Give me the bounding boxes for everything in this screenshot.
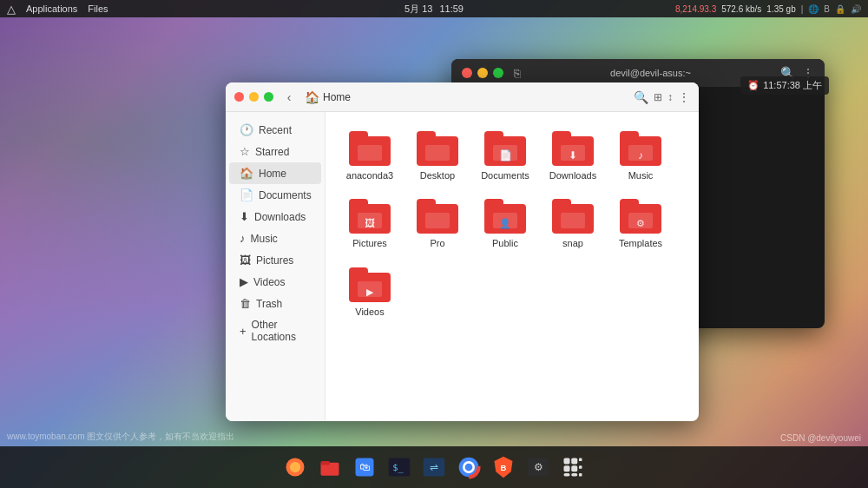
taskbar-network[interactable]: ⇌ [418, 452, 450, 483]
sidebar-downloads-label: Downloads [254, 211, 306, 223]
sidebar-item-videos[interactable]: ▶ Videos [229, 271, 321, 293]
fm-maximize-button[interactable] [264, 92, 273, 102]
sidebar-videos-label: Videos [253, 276, 285, 288]
folder-snap-label: snap [562, 237, 583, 249]
sidebar-item-starred[interactable]: ☆ Starred [229, 141, 321, 162]
videos-sidebar-icon: ▶ [240, 275, 248, 288]
arch-logo-icon[interactable]: △ [7, 3, 16, 16]
svg-rect-20 [564, 465, 570, 472]
volume-icon[interactable]: 🔊 [851, 4, 861, 14]
files-menu[interactable]: Files [88, 3, 108, 14]
folder-public[interactable]: 👤 Public [475, 194, 536, 254]
tray-icon-1[interactable]: 🌐 [808, 4, 819, 14]
folder-anaconda3[interactable]: anaconda3 [339, 126, 400, 187]
date-display: 5月 13 [404, 3, 432, 16]
sidebar-item-music[interactable]: ♪ Music [229, 228, 321, 249]
fm-close-button[interactable] [234, 92, 244, 102]
svg-rect-3 [321, 461, 331, 465]
sidebar-recent-label: Recent [259, 124, 292, 136]
sidebar-item-trash[interactable]: 🗑 Trash [229, 293, 321, 314]
taskbar-top: △ Applications Files 5月 13 11:59 8,214.9… [0, 0, 868, 17]
taskbar-app-grid[interactable] [557, 452, 589, 483]
folder-templates-icon: ⚙ [620, 199, 661, 234]
folder-pro-label: Pro [430, 237, 444, 249]
folder-snap[interactable]: snap [542, 194, 603, 254]
folder-desktop-icon [417, 131, 458, 166]
svg-rect-26 [579, 473, 582, 477]
file-manager-window: ‹ 🏠 Home 🔍 ⊞ ↕ ⋮ 🕐 Recent ☆ [226, 82, 699, 421]
recent-icon: 🕐 [240, 123, 253, 136]
svg-text:⇌: ⇌ [430, 461, 438, 473]
folder-anaconda3-icon [349, 131, 391, 166]
fm-search-icon[interactable]: 🔍 [634, 90, 648, 104]
sidebar-item-home[interactable]: 🏠 Home [229, 162, 321, 184]
svg-rect-23 [571, 473, 577, 477]
fm-titlebar: ‹ 🏠 Home 🔍 ⊞ ↕ ⋮ [226, 82, 699, 112]
sidebar-item-recent[interactable]: 🕐 Recent [229, 119, 321, 141]
sidebar-documents-label: Documents [259, 189, 312, 201]
desktop: △ Applications Files 5月 13 11:59 8,214.9… [0, 0, 868, 488]
folder-pro[interactable]: Pro [407, 194, 468, 254]
terminal-close-button[interactable] [462, 68, 472, 78]
svg-text:B: B [501, 463, 507, 472]
sidebar-item-pictures[interactable]: 🖼 Pictures [229, 249, 321, 271]
tray-icon-2[interactable]: B [824, 4, 830, 14]
folder-music[interactable]: ♪ Music [610, 126, 671, 187]
folder-videos[interactable]: ▶ Videos [339, 262, 400, 323]
taskbar-files[interactable] [314, 452, 345, 483]
svg-rect-19 [571, 458, 577, 465]
folder-pictures[interactable]: 🖼 Pictures [339, 194, 400, 254]
svg-text:$_: $_ [392, 462, 404, 473]
folder-documents-label: Documents [481, 169, 529, 181]
folder-public-icon: 👤 [484, 199, 526, 234]
svg-rect-21 [571, 465, 577, 472]
taskbar-terminal[interactable]: $_ [384, 452, 415, 483]
network-ip: 8,214.93.3 [675, 4, 716, 14]
fm-sort-icon[interactable]: ↕ [667, 91, 673, 103]
folder-anaconda3-label: anaconda3 [346, 169, 393, 181]
sidebar-item-documents[interactable]: 📄 Documents [229, 184, 321, 206]
folder-pictures-label: Pictures [352, 237, 387, 249]
taskbar-settings[interactable]: ⚙ [523, 452, 554, 483]
network-speed: 572.6 kb/s [721, 4, 761, 14]
fm-menu-icon[interactable]: ⋮ [678, 90, 690, 104]
folder-pictures-icon: 🖼 [349, 199, 391, 234]
fm-window-controls [234, 92, 273, 102]
tray-icon-3[interactable]: 🔒 [835, 4, 845, 14]
terminal-window-controls [462, 68, 503, 78]
sidebar-item-other[interactable]: + Other Locations [229, 314, 321, 347]
sidebar-item-downloads[interactable]: ⬇ Downloads [229, 206, 321, 228]
svg-rect-24 [579, 458, 582, 462]
home-icon: 🏠 [240, 167, 253, 180]
taskbar-brave[interactable]: B [488, 452, 519, 483]
taskbar-chrome[interactable] [453, 452, 484, 483]
folder-documents-icon: 📄 [484, 131, 526, 166]
folder-downloads-icon: ⬇ [552, 131, 594, 166]
folder-downloads-label: Downloads [549, 169, 596, 181]
svg-rect-25 [579, 465, 582, 469]
downloads-sidebar-icon: ⬇ [240, 210, 249, 223]
taskbar-top-left: △ Applications Files [7, 3, 108, 16]
fm-back-button[interactable]: ‹ [280, 89, 298, 106]
sidebar-starred-label: Starred [255, 146, 289, 158]
folder-downloads[interactable]: ⬇ Downloads [542, 126, 603, 187]
taskbar-store[interactable]: 🛍 [349, 452, 380, 483]
folder-desktop[interactable]: Desktop [407, 126, 468, 187]
folder-music-label: Music [628, 169, 654, 181]
sidebar-pictures-label: Pictures [256, 254, 293, 267]
taskbar-firefox[interactable] [279, 452, 311, 483]
trash-sidebar-icon: 🗑 [240, 297, 251, 310]
fm-view-icon[interactable]: ⊞ [654, 91, 662, 103]
folder-documents[interactable]: 📄 Documents [475, 126, 536, 187]
folder-templates[interactable]: ⚙ Templates [610, 194, 671, 254]
memory-usage: 1.35 gb [766, 4, 795, 14]
terminal-minimize-button[interactable] [477, 68, 488, 78]
terminal-maximize-button[interactable] [493, 68, 503, 78]
folder-public-label: Public [492, 237, 518, 249]
pictures-sidebar-icon: 🖼 [240, 254, 251, 267]
applications-menu[interactable]: Applications [26, 3, 77, 14]
sidebar-home-label: Home [259, 168, 286, 180]
fm-toolbar-icons: 🔍 ⊞ ↕ ⋮ [634, 90, 690, 104]
website-label: www.toymoban.com 图文仅供个人参考，如有不当欢迎指出 [7, 431, 234, 443]
fm-minimize-button[interactable] [249, 92, 259, 102]
